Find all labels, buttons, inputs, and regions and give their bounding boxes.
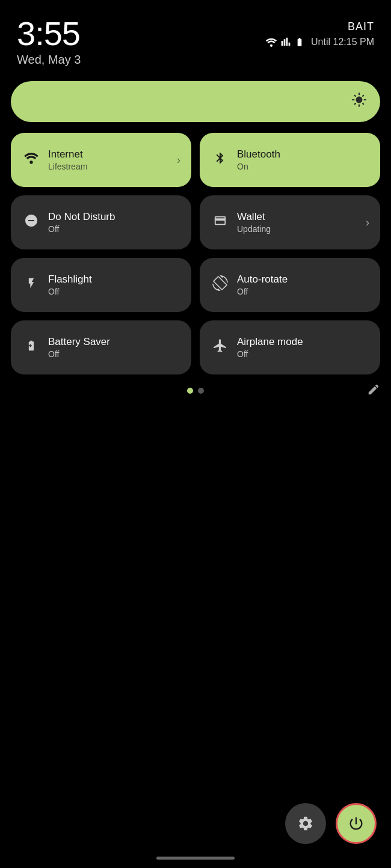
auto-rotate-subtitle: Off [237, 287, 369, 296]
dnd-subtitle: Off [48, 224, 180, 234]
dnd-title: Do Not Disturb [48, 211, 180, 223]
signal-icon [281, 37, 291, 47]
auto-rotate-tile-text: Auto-rotate Off [237, 274, 369, 296]
page-indicators [11, 388, 380, 394]
auto-rotate-tile[interactable]: Auto-rotate Off [200, 258, 380, 312]
airplane-mode-tile[interactable]: Airplane mode Off [200, 320, 380, 374]
bluetooth-title: Bluetooth [237, 148, 369, 160]
flashlight-tile[interactable]: Flashlight Off [11, 258, 191, 312]
bluetooth-tile-icon [212, 150, 229, 170]
internet-title: Internet [48, 148, 168, 160]
flashlight-tile-text: Flashlight Off [48, 274, 180, 296]
wifi-tile-icon [23, 151, 40, 168]
wallet-tile-icon [212, 214, 229, 231]
svg-point-1 [29, 160, 32, 164]
tile-grid: Internet Lifestream › Bluetooth On [11, 133, 380, 374]
date: Wed, May 3 [17, 53, 81, 67]
wallet-tile[interactable]: Wallet Updating › [200, 195, 380, 249]
nav-indicator [156, 857, 235, 860]
wifi-icon [265, 37, 277, 47]
battery-saver-tile-icon [23, 337, 40, 358]
airplane-mode-tile-text: Airplane mode Off [237, 336, 369, 359]
airplane-mode-subtitle: Off [237, 349, 369, 359]
settings-button[interactable] [285, 803, 326, 844]
bottom-buttons [285, 803, 377, 844]
internet-arrow: › [177, 154, 180, 167]
status-right: BAIT Until 12:15 PM [265, 17, 374, 47]
status-bar: 3:55 Wed, May 3 BAIT Until 12:15 PM [0, 0, 391, 67]
internet-subtitle: Lifestream [48, 162, 168, 171]
svg-point-0 [270, 44, 272, 47]
battery-saver-subtitle: Off [48, 349, 180, 359]
bluetooth-subtitle: On [237, 162, 369, 171]
do-not-disturb-tile[interactable]: Do Not Disturb Off [11, 195, 191, 249]
status-left: 3:55 Wed, May 3 [17, 17, 81, 67]
auto-rotate-title: Auto-rotate [237, 274, 369, 286]
flashlight-tile-icon [23, 275, 40, 295]
carrier-label: BAIT [348, 20, 374, 33]
brightness-icon [351, 92, 367, 111]
flashlight-subtitle: Off [48, 287, 180, 296]
wallet-tile-text: Wallet Updating [237, 211, 357, 234]
power-icon [348, 815, 365, 832]
brightness-bar[interactable] [11, 81, 380, 122]
airplane-tile-icon [212, 338, 229, 357]
dnd-tile-icon [23, 213, 40, 231]
flashlight-title: Flashlight [48, 274, 180, 286]
dnd-tile-text: Do Not Disturb Off [48, 211, 180, 234]
quick-settings-panel: Internet Lifestream › Bluetooth On [11, 81, 380, 394]
settings-icon [297, 815, 314, 832]
clock: 3:55 [17, 17, 81, 50]
airplane-mode-title: Airplane mode [237, 336, 369, 348]
edit-button[interactable] [367, 383, 380, 399]
status-icons: Until 12:15 PM [265, 37, 374, 47]
wallet-subtitle: Updating [237, 224, 357, 234]
power-button[interactable] [336, 803, 377, 844]
battery-saver-tile[interactable]: Battery Saver Off [11, 320, 191, 374]
page-dot-1[interactable] [187, 388, 193, 394]
bluetooth-tile[interactable]: Bluetooth On [200, 133, 380, 187]
page-dot-2[interactable] [198, 388, 204, 394]
battery-saver-tile-text: Battery Saver Off [48, 336, 180, 359]
internet-tile-text: Internet Lifestream [48, 148, 168, 171]
until-label: Until 12:15 PM [311, 37, 374, 47]
battery-saver-title: Battery Saver [48, 336, 180, 348]
bluetooth-tile-text: Bluetooth On [237, 148, 369, 171]
battery-icon [294, 37, 305, 47]
auto-rotate-tile-icon [212, 275, 229, 295]
wallet-arrow: › [366, 216, 369, 229]
internet-tile[interactable]: Internet Lifestream › [11, 133, 191, 187]
wallet-title: Wallet [237, 211, 357, 223]
